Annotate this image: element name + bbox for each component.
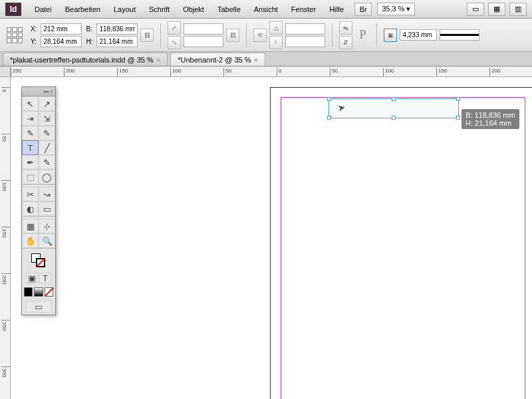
apply-none-swatch[interactable] bbox=[45, 287, 53, 297]
type-tool[interactable]: T bbox=[22, 140, 39, 155]
pencil-tool[interactable]: ✎ bbox=[39, 155, 55, 170]
page-tool[interactable]: ⇥ bbox=[22, 111, 39, 126]
gap-tool[interactable]: ⇲ bbox=[39, 111, 55, 126]
margin-guide bbox=[281, 97, 525, 399]
x-label: X: bbox=[31, 25, 37, 33]
direct-selection-tool[interactable]: ↗ bbox=[39, 96, 55, 111]
gradient-swatch-tool[interactable]: ◐ bbox=[22, 201, 39, 216]
scale-x-field[interactable] bbox=[184, 23, 223, 35]
tab-plakat[interactable]: *plakat-usertreffen-psdtutorials.indd @ … bbox=[3, 53, 168, 66]
gradient-feather-tool[interactable]: ▭ bbox=[39, 201, 55, 216]
menu-hilfe[interactable]: Hilfe bbox=[323, 3, 350, 16]
rotate-field[interactable] bbox=[285, 23, 325, 35]
menu-schrift[interactable]: Schrift bbox=[142, 3, 176, 16]
eyedropper-tool[interactable]: ⊹ bbox=[39, 219, 55, 233]
bridge-button[interactable]: Br bbox=[354, 3, 372, 16]
menu-bearbeiten[interactable]: Bearbeiten bbox=[59, 3, 107, 16]
y-input[interactable] bbox=[41, 36, 82, 47]
tab-unbenannt[interactable]: *Unbenannt-2 @ 35 % × bbox=[170, 53, 265, 66]
tab-label: *plakat-usertreffen-psdtutorials.indd @ … bbox=[10, 56, 154, 64]
rotate-icon[interactable]: ⟲ bbox=[253, 29, 267, 42]
text-frame[interactable] bbox=[329, 98, 459, 118]
view-mode-button[interactable]: ▭ bbox=[25, 301, 52, 313]
reference-point[interactable] bbox=[7, 27, 23, 43]
fill-stroke-swatch[interactable] bbox=[31, 253, 46, 268]
menu-ansicht[interactable]: Ansicht bbox=[247, 3, 285, 16]
selection-tool[interactable]: ↖ bbox=[22, 96, 39, 111]
scale-y-field[interactable] bbox=[184, 36, 223, 47]
shear-icon: ⧽ bbox=[269, 36, 283, 49]
flip-h-icon[interactable]: ⇋ bbox=[339, 21, 352, 35]
stroke-style-field[interactable] bbox=[440, 29, 479, 41]
ruler-origin[interactable] bbox=[0, 66, 11, 77]
scissors-tool[interactable]: ✂ bbox=[22, 187, 39, 201]
apply-gradient-swatch[interactable] bbox=[34, 287, 43, 297]
content-collector-tool[interactable]: ✎ bbox=[22, 126, 39, 140]
menu-layout[interactable]: Layout bbox=[107, 3, 142, 16]
vertical-ruler[interactable]: 050100150200250300 bbox=[0, 77, 11, 399]
panel-header[interactable]: ◂◂ × bbox=[22, 87, 55, 96]
formatting-container-icon[interactable]: ▣ bbox=[26, 273, 38, 283]
control-bar: X: B: Y: H: ⛓ ⤢ ⤡ ⛓ ⟲ △ ⧽ ⇋ ⇵ P ▣ bbox=[0, 19, 532, 52]
y-label: Y: bbox=[31, 38, 37, 45]
tools-panel[interactable]: ◂◂ × ↖ ↗ ⇥ ⇲ ✎ ✎ T ╱ ✒ ✎ ⬚ ◯ ✂ ↝ ◐ ▭ ▦ ⊹… bbox=[21, 86, 56, 315]
select-container-icon[interactable]: ▣ bbox=[384, 29, 397, 42]
zoom-dropdown[interactable]: 35,3 % ▾ bbox=[377, 3, 415, 15]
close-icon[interactable]: × bbox=[156, 56, 160, 64]
apply-color-swatch[interactable] bbox=[24, 287, 33, 297]
paragraph-icon: P bbox=[355, 28, 370, 42]
workspace-button[interactable]: ▥ bbox=[509, 3, 527, 16]
h-input[interactable] bbox=[96, 36, 138, 47]
menu-objekt[interactable]: Objekt bbox=[176, 3, 211, 16]
app-logo: Id bbox=[5, 3, 21, 16]
close-icon[interactable]: × bbox=[254, 56, 258, 64]
menu-fenster[interactable]: Fenster bbox=[285, 3, 323, 16]
scale-y-icon[interactable]: ⤡ bbox=[168, 36, 181, 49]
free-transform-tool[interactable]: ↝ bbox=[39, 187, 55, 201]
line-tool[interactable]: ╱ bbox=[39, 140, 55, 155]
h-label: H: bbox=[86, 38, 92, 45]
menu-datei[interactable]: Datei bbox=[28, 3, 59, 16]
pen-tool[interactable]: ✒ bbox=[22, 155, 39, 170]
dimension-tooltip: B: 118,836 mm H: 21,164 mm bbox=[462, 109, 519, 129]
w-label: B: bbox=[86, 25, 92, 33]
document-tabs: *plakat-usertreffen-psdtutorials.indd @ … bbox=[0, 52, 532, 66]
screen-mode-button[interactable]: ▭ bbox=[467, 3, 484, 16]
ellipse-tool[interactable]: ◯ bbox=[39, 170, 55, 184]
arrange-button[interactable]: ▦ bbox=[488, 3, 505, 16]
content-placer-tool[interactable]: ✎ bbox=[39, 126, 55, 140]
angle-icon: △ bbox=[269, 21, 283, 35]
menu-bar: Id Datei Bearbeiten Layout Schrift Objek… bbox=[0, 0, 532, 19]
constrain-icon[interactable]: ⛓ bbox=[140, 29, 154, 42]
canvas[interactable]: ➤ B: 118,836 mm H: 21,164 mm bbox=[11, 77, 532, 399]
horizontal-ruler[interactable]: 25020015010050050100150200 bbox=[11, 66, 532, 77]
rectangle-frame-tool[interactable]: ⬚ bbox=[22, 170, 39, 184]
flip-v-icon[interactable]: ⇵ bbox=[339, 36, 352, 49]
scale-x-icon[interactable]: ⤢ bbox=[168, 21, 181, 35]
formatting-text-icon[interactable]: T bbox=[39, 273, 51, 283]
zoom-tool[interactable]: 🔍 bbox=[39, 233, 55, 248]
shear-field[interactable] bbox=[285, 36, 325, 47]
hand-tool[interactable]: ✋ bbox=[22, 233, 39, 248]
x-input[interactable] bbox=[41, 23, 82, 35]
note-tool[interactable]: ▦ bbox=[22, 219, 39, 233]
tab-label: *Unbenannt-2 @ 35 % bbox=[178, 56, 251, 64]
w-input[interactable] bbox=[96, 23, 138, 35]
link-icon[interactable]: ⛓ bbox=[226, 29, 239, 42]
menu-tabelle[interactable]: Tabelle bbox=[211, 3, 247, 16]
workspace: 25020015010050050100150200 0501001502002… bbox=[0, 66, 532, 399]
stroke-weight-field[interactable] bbox=[400, 29, 437, 41]
